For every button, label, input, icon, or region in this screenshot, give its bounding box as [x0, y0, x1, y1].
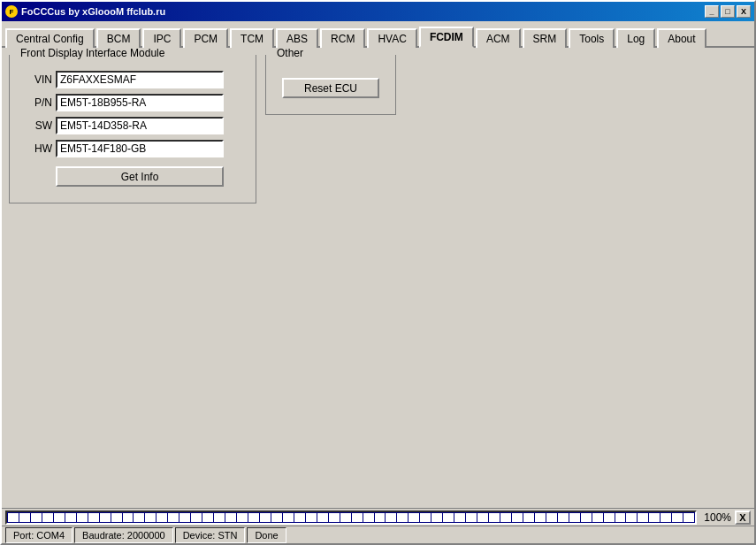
close-button[interactable]: X — [737, 5, 751, 18]
progress-segment — [19, 513, 30, 522]
tab-acm[interactable]: ACM — [476, 28, 521, 48]
progress-segment — [306, 513, 317, 522]
progress-segment — [454, 513, 465, 522]
app-icon: F — [5, 5, 18, 18]
progress-segment — [260, 513, 271, 522]
progress-segment — [466, 513, 477, 522]
progress-segment — [191, 513, 202, 522]
progress-segment — [54, 513, 65, 522]
progress-segment — [363, 513, 374, 522]
progress-segment — [592, 513, 603, 522]
tab-central-config[interactable]: Central Config — [5, 28, 95, 48]
get-info-button[interactable]: Get Info — [56, 166, 224, 187]
progress-segment — [626, 513, 637, 522]
progress-segment — [500, 513, 511, 522]
tab-pcm[interactable]: PCM — [183, 28, 228, 48]
field-label-p-n: P/N — [26, 96, 52, 109]
status-port: Port: COM4 — [5, 527, 73, 543]
progress-cancel-button[interactable]: X — [735, 510, 751, 525]
field-row-p-n: P/N — [26, 94, 240, 111]
progress-segment — [386, 513, 396, 522]
progress-segment — [638, 513, 648, 522]
progress-segment — [65, 513, 76, 522]
progress-segment — [535, 513, 546, 522]
status-message: Done — [247, 527, 286, 543]
field-input-p-n[interactable] — [56, 94, 224, 111]
progress-segment — [523, 513, 534, 522]
reset-ecu-button[interactable]: Reset ECU — [282, 78, 379, 98]
fdim-fields: VINP/NSWHW Get Info — [19, 65, 247, 194]
progress-segment — [123, 513, 134, 522]
field-input-hw[interactable] — [56, 140, 224, 157]
progress-area: 100% X — [2, 508, 754, 526]
progress-segment — [661, 513, 671, 522]
progress-segment — [420, 513, 431, 522]
status-baudrate: Baudrate: 2000000 — [74, 527, 173, 543]
progress-segment — [100, 513, 111, 522]
minimize-button[interactable]: _ — [705, 5, 719, 18]
progress-segment — [271, 513, 282, 522]
tab-about[interactable]: About — [657, 28, 706, 48]
progress-segment — [546, 513, 557, 522]
main-content: Front Display Interface Module VINP/NSWH… — [2, 48, 754, 508]
field-label-vin: VIN — [26, 73, 52, 86]
tab-rcm[interactable]: RCM — [320, 28, 365, 48]
progress-segment — [294, 513, 305, 522]
progress-segment — [31, 513, 42, 522]
progress-segment — [443, 513, 454, 522]
progress-segment — [168, 513, 179, 522]
progress-segment — [352, 513, 363, 522]
progress-segment — [8, 513, 19, 522]
progress-segment — [329, 513, 340, 522]
progress-segment — [581, 513, 592, 522]
window-title: FoCCCus by xGloooM ffclub.ru — [21, 6, 165, 17]
title-bar-controls: _ □ X — [705, 5, 751, 18]
tab-log[interactable]: Log — [616, 28, 655, 48]
field-input-vin[interactable] — [56, 71, 224, 88]
progress-segments — [7, 512, 695, 523]
main-window: F FoCCCus by xGloooM ffclub.ru _ □ X Cen… — [0, 0, 756, 545]
other-group: Other Reset ECU — [265, 55, 396, 115]
tab-abs[interactable]: ABS — [276, 28, 318, 48]
progress-segment — [214, 513, 225, 522]
progress-segment — [111, 513, 122, 522]
progress-segment — [397, 513, 408, 522]
progress-segment — [134, 513, 144, 522]
progress-segment — [317, 513, 328, 522]
tab-srm[interactable]: SRM — [523, 28, 568, 48]
status-bar: Port: COM4 Baudrate: 2000000 Device: STN… — [2, 526, 754, 543]
progress-segment — [340, 513, 351, 522]
tab-ipc[interactable]: IPC — [142, 28, 181, 48]
progress-segment — [683, 513, 694, 522]
status-device: Device: STN — [175, 527, 246, 543]
tab-fcdim[interactable]: FCDIM — [419, 27, 474, 48]
maximize-button[interactable]: □ — [721, 5, 735, 18]
field-input-sw[interactable] — [56, 117, 224, 134]
tab-hvac[interactable]: HVAC — [367, 28, 416, 48]
progress-segment — [512, 513, 523, 522]
progress-segment — [88, 513, 99, 522]
tab-tcm[interactable]: TCM — [230, 28, 274, 48]
tab-bar: Central ConfigBCMIPCPCMTCMABSRCMHVACFCDI… — [2, 21, 754, 48]
fdim-group-title: Front Display Interface Module — [17, 48, 168, 59]
progress-segment — [477, 513, 488, 522]
progress-segment — [179, 513, 190, 522]
progress-bar — [5, 510, 697, 525]
progress-segment — [202, 513, 213, 522]
title-bar-left: F FoCCCus by xGloooM ffclub.ru — [5, 5, 165, 18]
fdim-group: Front Display Interface Module VINP/NSWH… — [9, 55, 256, 203]
field-label-hw: HW — [26, 142, 52, 155]
progress-segment — [237, 513, 248, 522]
progress-segment — [225, 513, 236, 522]
progress-segment — [145, 513, 156, 522]
progress-segment — [375, 513, 386, 522]
tab-tools[interactable]: Tools — [569, 28, 615, 48]
progress-segment — [649, 513, 660, 522]
tab-bcm[interactable]: BCM — [96, 28, 141, 48]
progress-segment — [409, 513, 419, 522]
progress-segment — [248, 513, 259, 522]
progress-segment — [42, 513, 53, 522]
progress-segment — [157, 513, 167, 522]
field-row-vin: VIN — [26, 71, 240, 88]
other-group-content: Reset ECU — [275, 65, 386, 105]
